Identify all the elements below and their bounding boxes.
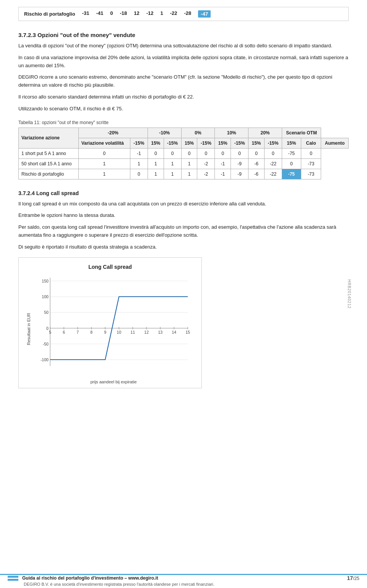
- chart-inner: 150100500-50-10056789101112131415 prijs …: [33, 274, 194, 384]
- footer-logo-bar-2: [8, 579, 18, 581]
- chart-area: Resultaat in EUR 150100500-50-1005678910…: [26, 274, 194, 384]
- risk-bar-value-0: -31: [82, 10, 89, 18]
- cell-1-3: 1: [164, 158, 181, 169]
- svg-text:11: 11: [130, 330, 135, 334]
- cell-0-0: 0: [78, 148, 130, 158]
- svg-text:9: 9: [104, 330, 106, 334]
- risk-bar-value-7: -22: [170, 10, 177, 18]
- data-table: Variazione azione-20%-10%0%10%20%Scenari…: [18, 128, 349, 179]
- col-header-scenario-otm: Scenario OTM: [282, 128, 321, 138]
- page-current: 17: [347, 575, 353, 581]
- section-3-7-2-3-heading: 3.7.2.3 Opzioni "out of the money" vendu…: [18, 32, 349, 38]
- sub-header-6: 15%: [215, 138, 231, 148]
- sub-header-7: -15%: [231, 138, 248, 148]
- svg-text:150: 150: [42, 279, 49, 283]
- footer-text-block: Guida al rischio del portafoglio d'inves…: [22, 575, 158, 581]
- risk-bar-value-5: -12: [146, 10, 154, 18]
- sub-header-9: -15%: [264, 138, 282, 148]
- cell-0-2: 0: [148, 148, 164, 158]
- page-number: 17/25: [347, 576, 359, 581]
- long-call-spread-chart: Long Call spread Resultaat in EUR 150100…: [18, 257, 202, 388]
- cell-2-8: -6: [248, 169, 265, 179]
- row-label-0: 1 short put 5 A 1 anno: [19, 148, 79, 158]
- cell-1-10: 0: [282, 158, 301, 169]
- svg-text:0: 0: [46, 326, 49, 330]
- cell-2-7: -9: [231, 169, 248, 179]
- sub-header-4: 15%: [181, 138, 197, 148]
- svg-text:-50: -50: [43, 342, 49, 346]
- sub-header-5: -15%: [197, 138, 215, 148]
- section-3-7-2-4-heading: 3.7.2.4 Long call spread: [18, 190, 349, 196]
- chart-x-label: prijs aandeel bij expiratie: [33, 380, 194, 384]
- cell-2-11: -73: [301, 169, 321, 179]
- cell-0-1: -1: [130, 148, 148, 158]
- svg-text:7: 7: [76, 330, 79, 334]
- cell-0-3: 0: [164, 148, 181, 158]
- sub-header-12: Aumento: [321, 138, 349, 148]
- chart-y-label: Resultaat in EUR: [26, 274, 31, 384]
- section-3-7-2-3-para2: In caso di una variazione improvvisa del…: [18, 54, 349, 70]
- page-total: 25: [354, 576, 359, 581]
- svg-text:5: 5: [49, 330, 51, 334]
- cell-2-6: -1: [215, 169, 231, 179]
- cell-0-10: -75: [282, 148, 301, 158]
- risk-bar-value-2: 0: [110, 10, 113, 18]
- cell-1-4: 1: [181, 158, 197, 169]
- cell-2-1: 0: [130, 169, 148, 179]
- footer-main-text: Guida al rischio del portafoglio d'inves…: [22, 575, 158, 581]
- svg-text:10: 10: [117, 330, 121, 334]
- risk-bar-value-3: -18: [120, 10, 127, 18]
- svg-text:12: 12: [144, 330, 149, 334]
- cell-0-9: 0: [264, 148, 282, 158]
- svg-text:15: 15: [185, 330, 190, 334]
- table-row-2: Rischio di portafoglio10111-2-1-9-6-22-7…: [19, 169, 349, 179]
- cell-2-5: -2: [197, 169, 215, 179]
- cell-0-11: 0: [301, 148, 321, 158]
- cell-2-2: 1: [148, 169, 164, 179]
- risk-bar-values: -31-410-1812-121-22-28-47: [82, 10, 211, 18]
- svg-text:14: 14: [172, 330, 176, 334]
- section-3-7-2-3-para4: Il ricorso allo scenario standard determ…: [18, 93, 349, 101]
- sub-header-10: 15%: [282, 138, 301, 148]
- cell-2-0: 1: [78, 169, 130, 179]
- risk-bar: Rischio di portafoglio -31-410-1812-121-…: [18, 7, 349, 21]
- cell-1-8: -6: [248, 158, 265, 169]
- row-label-2: Rischio di portafoglio: [19, 169, 79, 179]
- footer-right: 17/25: [347, 575, 359, 581]
- cell-1-5: -2: [197, 158, 215, 169]
- cell-0-8: 0: [248, 148, 265, 158]
- chart-svg: 150100500-50-10056789101112131415: [33, 274, 194, 378]
- cell-1-7: -9: [231, 158, 248, 169]
- table-row-1: 50 short call 15 A 1 anno11111-2-1-9-6-2…: [19, 158, 349, 169]
- risk-bar-value-1: -41: [96, 10, 103, 18]
- section-3-7-2-4-para4: Di seguito è riportato il risultato di q…: [18, 243, 349, 251]
- section-3-7-2-3-para5: Utilizzando lo scenario OTM, il rischio …: [18, 105, 349, 113]
- table-caption: Tabella 11: opzioni "out of the money" s…: [18, 120, 349, 125]
- cell-2-10: -75: [282, 169, 301, 179]
- chart-title: Long Call spread: [26, 264, 194, 270]
- risk-bar-value-8: -28: [184, 10, 192, 18]
- svg-text:100: 100: [42, 294, 49, 299]
- cell-2-4: 1: [181, 169, 197, 179]
- section-3-7-2-4-para3: Per saldo, con questa long call spread l…: [18, 223, 349, 239]
- svg-text:13: 13: [158, 330, 162, 334]
- cell-1-1: 1: [130, 158, 148, 169]
- risk-bar-label: Rischio di portafoglio: [24, 11, 75, 17]
- col-header-5: 20%: [248, 128, 282, 138]
- sub-header-8: 15%: [248, 138, 265, 148]
- cell-1-0: 1: [78, 158, 130, 169]
- cell-1-2: 1: [148, 158, 164, 169]
- svg-text:50: 50: [44, 310, 49, 315]
- sub-header-2: 15%: [148, 138, 164, 148]
- cell-1-6: -1: [215, 158, 231, 169]
- cell-0-4: 0: [181, 148, 197, 158]
- cell-1-11: -73: [301, 158, 321, 169]
- cell-0-6: 0: [215, 148, 231, 158]
- risk-bar-value-6: 1: [161, 10, 163, 18]
- page-wrapper: Rischio di portafoglio -31-410-1812-121-…: [0, 0, 367, 588]
- footer-logo: [8, 576, 18, 581]
- section-3-7-2-3-para3: DEGIRO ricorre a uno scenario estremo, d…: [18, 73, 349, 89]
- cell-2-9: -22: [264, 169, 282, 179]
- svg-text:8: 8: [90, 330, 93, 334]
- footer-logo-bar-1: [8, 576, 18, 578]
